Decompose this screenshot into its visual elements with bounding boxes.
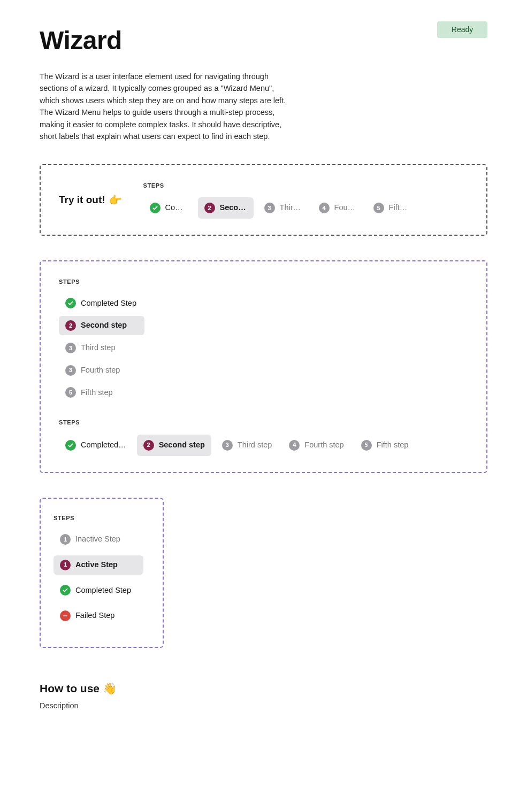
steps-heading: STEPS xyxy=(143,181,417,190)
wizard-step[interactable]: 3 Third step xyxy=(216,435,278,456)
wizard-step[interactable]: 4 Fourth… xyxy=(312,197,363,219)
header-row: Wizard Ready xyxy=(40,21,487,60)
howto-sub: Description xyxy=(40,700,487,712)
wizard-step[interactable]: 3 Third step xyxy=(59,338,144,358)
wizard-step-failed[interactable]: Failed Step xyxy=(54,606,143,625)
example-box-states: STEPS 1 Inactive Step 1 Active Step Comp… xyxy=(40,498,164,648)
page-title: Wizard xyxy=(40,21,122,60)
check-icon xyxy=(60,585,71,596)
wizard-step-label: Fourth step xyxy=(304,439,343,451)
wizard-step-label: Inactive Step xyxy=(75,533,120,545)
wizard-step[interactable]: 3 Third… xyxy=(258,197,308,219)
step-number-badge: 1 xyxy=(60,534,71,545)
pointing-right-icon: 👉 xyxy=(109,192,122,208)
status-badge: Ready xyxy=(437,21,487,38)
tryit-label: Try it out! 👉 xyxy=(59,192,122,208)
step-number-badge: 3 xyxy=(65,365,76,376)
step-number-badge: 3 xyxy=(222,440,233,451)
step-number-badge: 3 xyxy=(65,343,76,353)
wizard-step-label: Fifth step xyxy=(377,439,409,451)
wizard-step-inactive[interactable]: 1 Inactive Step xyxy=(54,530,143,549)
wizard-step[interactable]: 3 Fourth step xyxy=(59,361,144,380)
wizard-step[interactable]: 4 Fourth step xyxy=(282,435,350,456)
wizard-step-label: Second step xyxy=(81,320,127,331)
wizard-step-label: Comple… xyxy=(165,202,187,214)
step-number-badge: 5 xyxy=(361,440,372,451)
wizard-step-completed[interactable]: Completed Step xyxy=(54,581,143,600)
steps-heading: STEPS xyxy=(59,277,468,287)
wizard-step-label: Fifth step xyxy=(81,387,113,399)
wizard-step-label: Fifth… xyxy=(389,202,411,214)
step-number-badge: 2 xyxy=(143,440,154,451)
vertical-steps-section: STEPS Completed Step 2 Second step 3 Thi… xyxy=(59,277,468,402)
wizard-step[interactable]: Comple… xyxy=(143,197,194,219)
wizard-step[interactable]: 2 Second step xyxy=(137,435,211,456)
wizard-step[interactable]: Completed Step xyxy=(59,294,144,313)
wizard-step[interactable]: 2 Second step xyxy=(59,316,144,335)
page-root: Wizard Ready The Wizard is a user interf… xyxy=(0,0,527,744)
wizard-step-label: Completed Step xyxy=(81,298,136,310)
wizard-step-label: Third step xyxy=(81,342,115,354)
wizard-step[interactable]: Completed… xyxy=(59,435,133,456)
wizard-step[interactable]: 5 Fifth step xyxy=(355,435,415,456)
step-number-badge: 5 xyxy=(65,387,76,398)
wizard-step-label: Completed… xyxy=(81,439,126,451)
wizard-horizontal-tryit: Comple… 2 Secon… 3 Third… 4 Fourth… 5 Fi… xyxy=(143,197,417,219)
step-number-badge: 2 xyxy=(65,320,76,331)
steps-heading: STEPS xyxy=(59,418,468,427)
example-box-two: STEPS Completed Step 2 Second step 3 Thi… xyxy=(40,260,487,473)
check-icon xyxy=(65,298,76,308)
wizard-step-label: Second step xyxy=(159,439,205,451)
wizard-step[interactable]: 2 Secon… xyxy=(198,197,254,219)
tryit-box: Try it out! 👉 STEPS Comple… 2 Secon… 3 T xyxy=(40,164,487,236)
howto-heading: How to use 👋 xyxy=(40,680,487,697)
wizard-step-label: Active Step xyxy=(75,559,118,571)
step-number-badge: 3 xyxy=(264,203,275,213)
step-number-badge: 5 xyxy=(373,203,384,213)
step-number-badge: 2 xyxy=(204,203,215,213)
wizard-vertical: Completed Step 2 Second step 3 Third ste… xyxy=(59,294,468,403)
check-icon xyxy=(150,203,161,213)
wizard-step-active[interactable]: 1 Active Step xyxy=(54,555,143,575)
howto-heading-text: How to use xyxy=(40,680,100,697)
page-description: The Wizard is a user interface element u… xyxy=(40,71,291,143)
check-icon xyxy=(65,440,76,451)
steps-heading: STEPS xyxy=(54,514,150,523)
wizard-step-label: Third… xyxy=(280,202,302,214)
step-number-badge: 4 xyxy=(319,203,330,213)
wizard-step[interactable]: 5 Fifth step xyxy=(59,383,144,403)
horizontal-steps-section: STEPS Completed… 2 Second step 3 Third s… xyxy=(59,418,468,455)
tryit-steps-block: STEPS Comple… 2 Secon… 3 Third… 4 xyxy=(143,181,417,219)
wizard-step-label: Fourth… xyxy=(334,202,356,214)
tryit-text: Try it out! xyxy=(59,192,105,208)
wizard-step[interactable]: 5 Fifth… xyxy=(367,197,417,219)
wizard-step-label: Failed Step xyxy=(75,610,114,622)
wizard-step-label: Third step xyxy=(238,439,272,451)
step-number-badge: 1 xyxy=(60,560,71,570)
wizard-horizontal: Completed… 2 Second step 3 Third step 4 … xyxy=(59,435,468,456)
wizard-step-label: Completed Step xyxy=(75,585,131,597)
wizard-step-label: Fourth step xyxy=(81,365,120,376)
wave-icon: 👋 xyxy=(103,680,117,697)
step-number-badge: 4 xyxy=(289,440,300,451)
minus-icon xyxy=(60,610,71,621)
wizard-step-label: Secon… xyxy=(220,202,247,214)
wizard-states: 1 Inactive Step 1 Active Step Completed … xyxy=(54,530,150,632)
